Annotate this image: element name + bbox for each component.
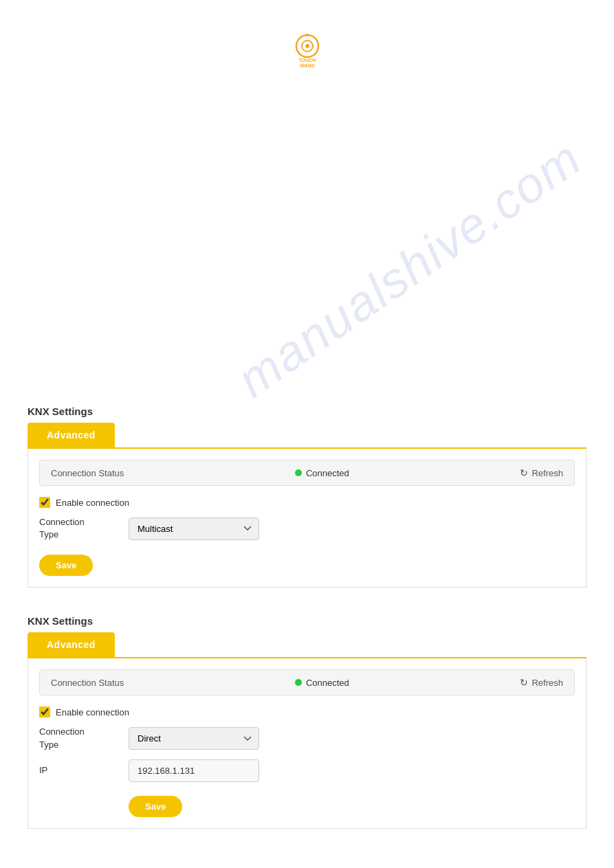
refresh-icon-1: ↻: [520, 467, 528, 478]
refresh-label-1: Refresh: [531, 468, 563, 478]
empty-space: [28, 89, 586, 405]
enable-connection-label-2: Enable connection: [56, 707, 129, 717]
connection-type-row-2: ConnectionType Multicast Direct Tunnel: [39, 726, 575, 750]
tab-row-1: Advanced: [28, 423, 586, 449]
knx-title-2: KNX Settings: [28, 615, 586, 627]
refresh-button-1[interactable]: ↻ Refresh: [520, 467, 563, 478]
knx-section-2: KNX Settings Advanced Connection Status …: [28, 615, 586, 828]
refresh-button-2[interactable]: ↻ Refresh: [520, 677, 563, 688]
content-area-1: Connection Status Connected ↻ Refresh En…: [28, 449, 586, 588]
ip-label-2: IP: [39, 764, 129, 777]
connection-type-row-1: ConnectionType Multicast Direct Tunnel: [39, 516, 575, 541]
svg-text:WAND: WAND: [300, 63, 314, 68]
refresh-label-2: Refresh: [531, 678, 563, 688]
svg-point-3: [306, 34, 309, 36]
connection-type-select-1[interactable]: Multicast Direct Tunnel: [129, 518, 259, 540]
refresh-icon-2: ↻: [520, 677, 528, 688]
enable-connection-row-2: Enable connection: [39, 706, 575, 717]
content-area-2: Connection Status Connected ↻ Refresh En…: [28, 658, 586, 828]
connected-text-2: Connected: [306, 678, 349, 688]
connection-status-value-2: Connected: [295, 678, 349, 688]
connected-text-1: Connected: [306, 468, 349, 478]
ip-input-2[interactable]: [129, 759, 259, 782]
svg-point-2: [305, 44, 309, 48]
connection-status-label-1: Connection Status: [51, 468, 124, 478]
logo-container: TOUCH WAND: [28, 0, 586, 89]
connection-type-select-2[interactable]: Multicast Direct Tunnel: [129, 727, 259, 750]
svg-text:TOUCH: TOUCH: [298, 58, 316, 63]
enable-connection-row-1: Enable connection: [39, 497, 575, 508]
tab-row-2: Advanced: [28, 632, 586, 658]
enable-connection-label-1: Enable connection: [56, 498, 129, 508]
connection-status-bar-2: Connection Status Connected ↻ Refresh: [39, 669, 575, 695]
save-button-1[interactable]: Save: [39, 555, 93, 576]
connection-status-bar-1: Connection Status Connected ↻ Refresh: [39, 460, 575, 486]
advanced-tab-1[interactable]: Advanced: [28, 423, 115, 447]
advanced-tab-2[interactable]: Advanced: [28, 632, 115, 657]
connection-status-label-2: Connection Status: [51, 678, 124, 688]
connection-type-label-2: ConnectionType: [39, 726, 129, 750]
ip-row-2: IP: [39, 759, 575, 782]
enable-connection-checkbox-2[interactable]: [39, 706, 50, 717]
connection-status-value-1: Connected: [295, 468, 349, 478]
connection-type-label-1: ConnectionType: [39, 516, 129, 541]
enable-connection-checkbox-1[interactable]: [39, 497, 50, 508]
connected-dot-1: [295, 469, 302, 476]
knx-section-1: KNX Settings Advanced Connection Status …: [28, 405, 586, 588]
save-button-2[interactable]: Save: [129, 796, 182, 817]
connected-dot-2: [295, 679, 302, 686]
touchwand-logo: TOUCH WAND: [287, 27, 328, 69]
knx-title-1: KNX Settings: [28, 405, 586, 417]
